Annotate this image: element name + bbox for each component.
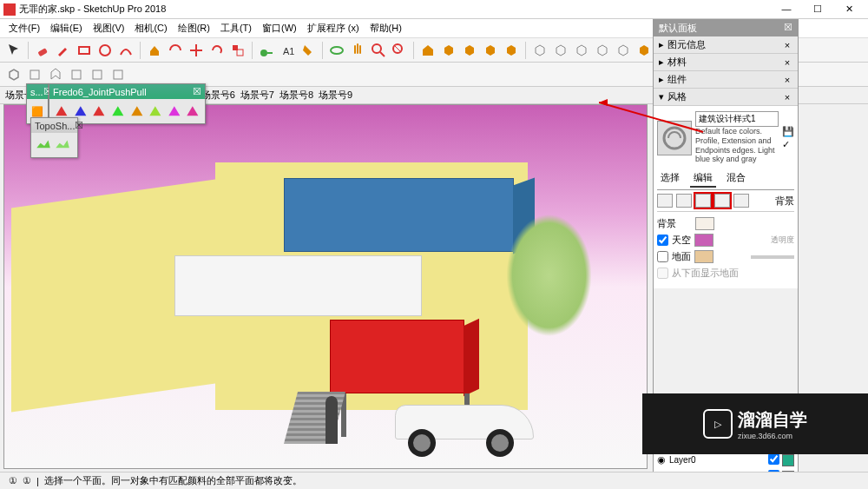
expand-icon[interactable]: ▸ [659,56,667,68]
style-action-icon[interactable]: ✓ [782,139,794,150]
rotate-icon[interactable] [208,42,226,59]
menu-help[interactable]: 帮助(H) [366,20,405,36]
tray-section-components[interactable]: ▸组件× [654,71,798,89]
back-view-icon[interactable] [89,66,106,83]
background-mode-button[interactable] [695,194,711,208]
menu-file[interactable]: 文件(F) [5,20,43,36]
zoom-icon[interactable] [370,42,387,59]
jpp-icon[interactable] [90,102,108,120]
float-close-icon[interactable]: ☒ [75,120,83,131]
tab-edit[interactable]: 编辑 [690,169,716,188]
section-close-icon[interactable]: × [782,75,792,85]
cube3-icon[interactable] [573,42,590,59]
minimize-button[interactable]: — [778,3,795,15]
section-close-icon[interactable]: × [782,57,792,68]
close-button[interactable]: ✕ [840,3,858,15]
floating-toolbar-toposhaper[interactable]: TopoSh...☒ [30,117,78,158]
edge-mode-button[interactable] [657,194,673,208]
orbit-icon[interactable] [328,42,345,59]
menu-edit[interactable]: 编辑(E) [47,20,86,36]
box3-icon[interactable] [503,42,520,59]
tab-mix[interactable]: 混合 [723,169,749,188]
modeling-mode-button[interactable] [733,194,749,208]
expand-icon[interactable]: ▸ [659,74,667,85]
menu-draw[interactable]: 绘图(R) [174,20,214,36]
top-view-icon[interactable] [26,66,43,83]
layer-row[interactable]: ◉Layer0 [654,452,798,468]
menu-window[interactable]: 窗口(W) [259,20,300,36]
layer-visible-checkbox[interactable] [768,453,779,465]
component-icon[interactable] [440,42,457,59]
bg-swatch[interactable] [695,217,714,230]
scene-tab[interactable]: 场景号9 [319,89,352,102]
tape-icon[interactable] [258,42,275,59]
tab-select[interactable]: 选择 [657,169,683,188]
maximize-button[interactable]: ☐ [809,3,826,15]
pencil-icon[interactable] [55,42,72,59]
scene-tab[interactable]: 场景号6 [201,89,235,102]
cube6-icon[interactable] [635,42,653,59]
topo-icon[interactable] [54,136,71,154]
section-close-icon[interactable]: × [782,92,792,102]
scene-tab[interactable]: 场景号7 [240,89,274,102]
section-close-icon[interactable]: × [782,40,792,50]
sky-checkbox[interactable] [657,235,668,246]
warehouse-icon[interactable] [419,42,437,59]
expand-icon[interactable]: ▸ [659,39,667,50]
right-view-icon[interactable] [68,66,85,83]
front-view-icon[interactable] [47,66,64,83]
layer-radio[interactable]: ◉ [657,454,669,466]
tray-section-entity[interactable]: ▸图元信息× [654,36,798,54]
cube5-icon[interactable] [615,42,632,59]
opacity-slider[interactable] [751,255,794,259]
face-mode-button[interactable] [676,194,692,208]
rectangle-icon[interactable] [76,42,93,59]
circle-icon[interactable] [96,42,114,59]
zoom-extents-icon[interactable] [391,42,408,59]
select-tool-icon[interactable] [5,42,23,59]
left-view-icon[interactable] [109,66,127,83]
cube4-icon[interactable] [594,42,611,59]
jpp-icon[interactable] [166,102,183,120]
box1-icon[interactable] [461,42,478,59]
style-action-icon[interactable]: 💾 [782,126,794,137]
tray-close-icon[interactable]: ☒ [784,22,792,35]
menu-extensions[interactable]: 扩展程序 (x) [304,20,363,36]
offset-icon[interactable] [167,42,184,59]
jpp-icon[interactable] [147,102,164,120]
text-icon[interactable]: A1 [279,42,296,59]
topo-icon[interactable] [35,136,52,154]
move-icon[interactable] [187,42,205,59]
ground-checkbox[interactable] [657,251,668,262]
box2-icon[interactable] [482,42,499,59]
ground-swatch[interactable] [694,250,713,263]
viewport[interactable] [3,104,648,469]
arc-icon[interactable] [117,42,135,59]
menu-camera[interactable]: 相机(C) [131,20,170,36]
jpp-icon[interactable] [128,102,146,120]
scene-tab[interactable]: 场景号8 [279,89,313,102]
status-icon[interactable]: ① [23,475,31,486]
watermark-mode-button[interactable] [714,194,730,208]
svg-rect-12 [93,70,102,79]
menu-tools[interactable]: 工具(T) [217,20,255,36]
jpp-icon[interactable] [109,102,127,120]
cube1-icon[interactable] [531,42,549,59]
tray-titlebar[interactable]: 默认面板 ☒ [654,20,798,36]
layer-name[interactable]: Layer0 [669,455,768,465]
iso-view-icon[interactable] [5,66,23,83]
menu-view[interactable]: 视图(V) [89,20,128,36]
eraser-icon[interactable] [34,42,51,59]
layer-color-swatch[interactable] [782,454,794,466]
scale-icon[interactable] [229,42,247,59]
pushpull-icon[interactable] [146,42,163,59]
jpp-icon[interactable] [184,102,201,120]
pan-icon[interactable] [349,42,366,59]
paint-icon[interactable] [299,42,317,59]
sky-swatch[interactable] [694,234,713,247]
float-close-icon[interactable]: ☒ [193,86,201,97]
cube2-icon[interactable] [552,42,569,59]
tray-section-materials[interactable]: ▸材料× [654,54,798,71]
section-label: 组件 [667,73,782,86]
status-icon[interactable]: ① [9,475,17,486]
